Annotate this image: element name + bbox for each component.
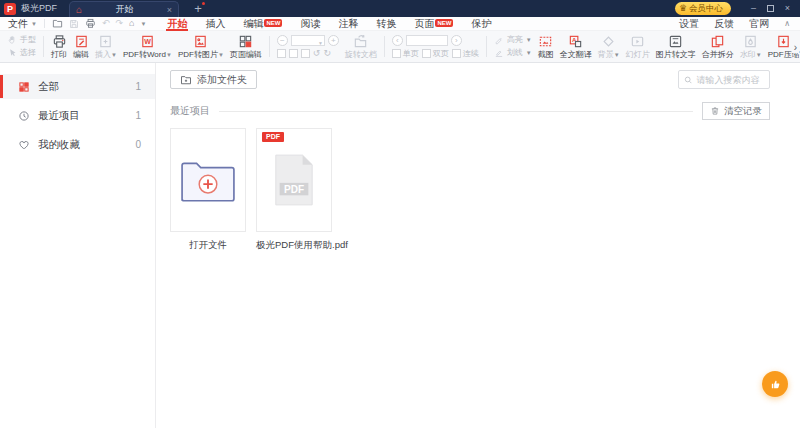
feedback-button[interactable]: 反馈	[714, 17, 734, 31]
watermark-button[interactable]: 水印▼	[737, 32, 765, 61]
insert-button[interactable]: 插入▼	[92, 32, 120, 61]
screenshot-button[interactable]: 截图	[535, 32, 557, 61]
feedback-fab-button[interactable]	[762, 371, 788, 397]
double-page-view-button[interactable]: 双页	[422, 49, 449, 59]
annotation-tools: 高亮▼ 划线▼	[491, 32, 535, 61]
tab-edit[interactable]: 编辑NEW	[234, 17, 291, 31]
ocr-icon	[668, 34, 683, 49]
image-to-text-button[interactable]: 图片转文字	[653, 32, 699, 61]
collapse-ribbon-icon[interactable]: ∧	[784, 19, 790, 28]
watermark-icon	[743, 34, 758, 49]
chevron-down-icon[interactable]: ▼	[140, 21, 146, 27]
sidebar-item-recent[interactable]: 最近项目 1	[0, 103, 155, 128]
zoom-in-button[interactable]: +	[328, 35, 339, 46]
print-icon[interactable]	[85, 18, 96, 29]
sidebar-item-all[interactable]: 全部 1	[0, 74, 155, 99]
fit-page-button[interactable]	[289, 49, 298, 58]
new-badge: NEW	[435, 19, 453, 27]
quick-access-toolbar: ↶ ↷ ⌂ ▼	[52, 18, 146, 29]
body: 全部 1 最近项目 1 我的收藏 0	[0, 63, 800, 428]
search-icon	[684, 75, 692, 85]
background-diamond-icon	[601, 34, 616, 49]
sidebar-item-favorites[interactable]: 我的收藏 0	[0, 132, 155, 157]
undo-icon[interactable]: ↶	[102, 19, 110, 28]
save-icon[interactable]	[69, 19, 79, 29]
print-button[interactable]: 打印	[48, 32, 70, 61]
continuous-view-button[interactable]: 连续	[452, 49, 479, 59]
tab-insert[interactable]: 插入	[196, 17, 234, 31]
section-title: 最近项目	[170, 104, 210, 118]
rotate-right-icon[interactable]: ↻	[323, 49, 331, 58]
search-input[interactable]	[696, 75, 764, 85]
settings-button[interactable]: 设置	[679, 17, 699, 31]
single-page-view-button[interactable]: 单页	[392, 49, 419, 59]
pdf-file-card[interactable]: PDF PDF 极光PDF使用帮助.pdf	[256, 128, 332, 252]
open-file-card[interactable]: 打开文件	[170, 128, 246, 252]
clear-records-label: 清空记录	[724, 105, 762, 118]
open-file-icon[interactable]	[52, 18, 63, 29]
main-area: 添加文件夹 最近项目 清空记录	[156, 63, 800, 428]
tab-protect[interactable]: 保护	[462, 17, 500, 31]
page-edit-button[interactable]: 页面编辑	[227, 32, 265, 61]
minimize-button[interactable]: –	[745, 0, 762, 17]
home-icon[interactable]: ⌂	[129, 19, 134, 28]
rotate-left-icon[interactable]: ↺	[313, 49, 321, 58]
highlight-button[interactable]: 高亮▼	[494, 35, 532, 45]
slideshow-button[interactable]: 幻灯片	[623, 32, 653, 61]
redo-icon[interactable]: ↷	[116, 19, 124, 28]
chevron-down-icon: ▼	[31, 21, 37, 27]
clear-records-button[interactable]: 清空记录	[702, 102, 770, 120]
rotate-document-button[interactable]: 旋转文档	[342, 32, 380, 61]
tab-read[interactable]: 阅读	[291, 17, 329, 31]
app-logo: P	[4, 3, 16, 15]
previous-page-button[interactable]: ‹	[392, 35, 403, 46]
zoom-controls: − ▼ + ↺ ↻	[274, 32, 342, 61]
tab-label: 开始	[82, 3, 167, 16]
tab-home[interactable]: 开始	[158, 17, 196, 31]
next-page-button[interactable]: ›	[451, 35, 462, 46]
sidebar-item-count: 1	[135, 110, 141, 121]
official-site-button[interactable]: 官网	[749, 17, 769, 31]
member-center-button[interactable]: ♛ 会员中心	[675, 2, 731, 15]
thumbs-up-icon	[769, 378, 782, 391]
add-folder-button[interactable]: 添加文件夹	[170, 70, 257, 89]
background-button[interactable]: 背景▼	[595, 32, 623, 61]
pdf-to-word-button[interactable]: W PDF转Word▼	[120, 32, 175, 61]
notification-dot	[202, 2, 205, 5]
search-box[interactable]	[678, 70, 770, 89]
maximize-button[interactable]	[762, 0, 779, 17]
zoom-out-button[interactable]: −	[277, 35, 288, 46]
document-tab-home[interactable]: ⌂ 开始 ×	[69, 1, 179, 17]
pdf-badge: PDF	[262, 132, 284, 142]
merge-split-button[interactable]: 合并拆分	[699, 32, 737, 61]
page-number-input[interactable]	[406, 35, 448, 46]
word-document-icon: W	[140, 34, 155, 49]
app-window: P 极光PDF ⌂ 开始 × + ♛ 会员中心 – × 文件 ▼ ↶ ↷	[0, 0, 800, 429]
file-menu[interactable]: 文件 ▼	[8, 17, 37, 31]
hand-tool-button[interactable]: 手型	[7, 35, 36, 45]
edit-button[interactable]: 编辑	[70, 32, 92, 61]
new-tab-button[interactable]: +	[191, 2, 205, 15]
toolbar-expand-chevron[interactable]: ›	[792, 42, 799, 53]
tab-close-icon[interactable]: ×	[167, 5, 172, 15]
close-button[interactable]: ×	[779, 0, 796, 17]
fit-width-button[interactable]	[301, 49, 310, 58]
full-text-translate-button[interactable]: A 全文翻译	[557, 32, 595, 61]
card-label: 极光PDF使用帮助.pdf	[256, 239, 332, 252]
actual-size-button[interactable]	[277, 49, 286, 58]
underline-button[interactable]: 划线▼	[494, 48, 532, 58]
caret-icon: ▼	[614, 52, 620, 58]
zoom-level-combobox[interactable]: ▼	[291, 35, 325, 46]
tab-annotate[interactable]: 注释	[329, 17, 367, 31]
tab-page[interactable]: 页面NEW	[405, 17, 462, 31]
sidebar-item-label: 最近项目	[38, 109, 80, 123]
select-tool-button[interactable]: 选择	[7, 48, 36, 58]
member-center-label: 会员中心	[689, 3, 723, 15]
sidebar-item-count: 0	[135, 139, 141, 150]
crown-icon: ♛	[679, 4, 687, 13]
pdf-to-image-button[interactable]: PDF转图片▼	[175, 32, 227, 61]
menu-bar: 文件 ▼ ↶ ↷ ⌂ ▼ 开始 插入 编辑NEW 阅读 注释 转换 页面NEW …	[0, 17, 800, 31]
ribbon-tabs: 开始 插入 编辑NEW 阅读 注释 转换 页面NEW 保护	[158, 17, 500, 31]
tab-convert[interactable]: 转换	[367, 17, 405, 31]
slideshow-play-icon	[630, 34, 645, 49]
